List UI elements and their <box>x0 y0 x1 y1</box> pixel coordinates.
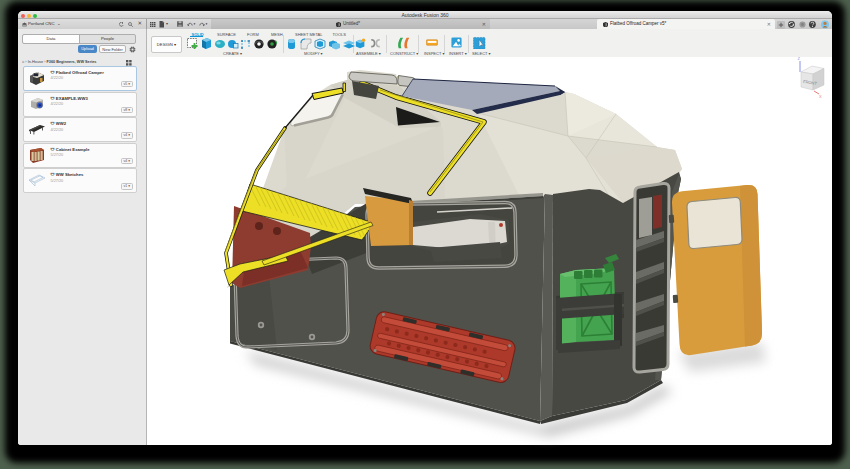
svg-text:X: X <box>819 94 822 99</box>
svg-text:Z: Z <box>798 56 801 61</box>
